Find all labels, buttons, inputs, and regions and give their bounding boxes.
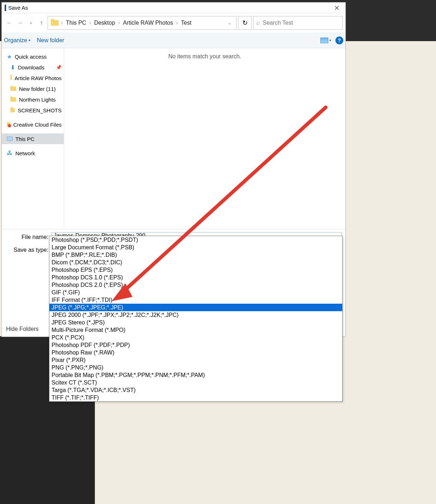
breadcrumb-dropdown[interactable]: ⌄ bbox=[224, 20, 235, 25]
folder-icon bbox=[10, 108, 15, 112]
new-folder-button[interactable]: New folder bbox=[37, 37, 64, 44]
file-type-option[interactable]: Targa (*.TGA;*.VDA;*.ICB;*.VST) bbox=[49, 386, 342, 394]
breadcrumb-item[interactable]: Test bbox=[179, 20, 194, 26]
file-list-area: No items match your search. bbox=[64, 48, 345, 229]
view-menu[interactable]: ▾ bbox=[320, 38, 331, 43]
sidebar-northern-lights[interactable]: Northern Lights bbox=[2, 94, 64, 105]
organize-label: Organize bbox=[4, 37, 27, 44]
sidebar-screen-shots[interactable]: SCREEN_SHOTS bbox=[2, 105, 64, 116]
organize-menu[interactable]: Organize ▾ bbox=[4, 37, 30, 44]
breadcrumb-bar[interactable]: › This PC › Desktop › Article RAW Photos… bbox=[48, 16, 237, 30]
forward-button[interactable]: → bbox=[15, 18, 25, 28]
file-type-option[interactable]: Pixar (*.PXR) bbox=[49, 356, 342, 364]
folder-icon bbox=[51, 20, 59, 26]
file-type-option[interactable]: Photoshop EPS (*.EPS) bbox=[49, 266, 342, 274]
sidebar-label: Northern Lights bbox=[19, 97, 56, 103]
breadcrumb-item[interactable]: Article RAW Photos bbox=[121, 20, 175, 26]
body: ★ Quick access ⬇ Downloads 📌 Article RAW… bbox=[2, 48, 345, 229]
file-type-option[interactable]: Photoshop PDF (*.PDF;*.PDP) bbox=[49, 341, 342, 349]
chevron-right-icon: › bbox=[60, 20, 64, 25]
sidebar-label: Downloads bbox=[18, 64, 44, 70]
titlebar: Save As bbox=[2, 3, 345, 13]
file-type-option[interactable]: BMP (*.BMP;*.RLE;*.DIB) bbox=[49, 251, 342, 259]
file-type-option[interactable]: Multi-Picture Format (*.MPO) bbox=[49, 326, 342, 334]
sidebar-quick-access[interactable]: ★ Quick access bbox=[2, 51, 64, 62]
chevron-right-icon: › bbox=[175, 20, 179, 25]
sidebar: ★ Quick access ⬇ Downloads 📌 Article RAW… bbox=[2, 48, 64, 229]
file-type-option[interactable]: IFF Format (*.IFF;*.TDI) bbox=[49, 296, 342, 304]
file-type-option[interactable]: GIF (*.GIF) bbox=[49, 289, 342, 296]
up-button[interactable]: ↑ bbox=[37, 18, 46, 28]
file-type-option[interactable]: PCX (*.PCX) bbox=[49, 334, 342, 341]
folder-icon bbox=[10, 97, 16, 102]
creative-cloud-icon bbox=[7, 122, 10, 127]
sidebar-label: Article RAW Photos bbox=[15, 75, 62, 81]
partial-label: S bbox=[5, 280, 56, 287]
file-type-option[interactable]: Dicom (*.DCM;*.DC3;*.DIC) bbox=[49, 259, 342, 266]
pin-icon: 📌 bbox=[56, 65, 62, 70]
sidebar-label: Quick access bbox=[15, 54, 47, 60]
sidebar-label: SCREEN_SHOTS bbox=[18, 107, 62, 113]
sidebar-downloads[interactable]: ⬇ Downloads 📌 bbox=[2, 62, 64, 73]
file-type-option[interactable]: Photoshop DCS 2.0 (*.EPS) bbox=[49, 281, 342, 289]
sidebar-article-raw[interactable]: Article RAW Photos bbox=[2, 73, 64, 83]
search-input[interactable] bbox=[263, 20, 339, 26]
search-icon: ⌕ bbox=[256, 20, 260, 26]
toolbar: Organize ▾ New folder ▾ ? bbox=[2, 33, 345, 48]
empty-message: No items match your search. bbox=[168, 53, 241, 59]
filename-label: File name: bbox=[5, 234, 51, 240]
sidebar-label: This PC bbox=[15, 136, 34, 142]
file-type-option[interactable]: Portable Bit Map (*.PBM;*.PGM;*.PPM;*.PN… bbox=[49, 371, 342, 379]
refresh-button[interactable]: ↻ bbox=[238, 16, 252, 30]
back-button[interactable]: ← bbox=[5, 18, 14, 28]
breadcrumb-item[interactable]: This PC bbox=[64, 20, 88, 26]
file-type-option[interactable]: JPEG (*.JPG;*.JPEG;*.JPE) bbox=[49, 304, 342, 311]
chevron-down-icon: ▾ bbox=[329, 38, 331, 42]
sidebar-creative-cloud[interactable]: Creative Cloud Files bbox=[2, 119, 64, 130]
sidebar-network[interactable]: 🖧 Network bbox=[2, 148, 64, 158]
file-type-option[interactable]: Large Document Format (*.PSB) bbox=[49, 244, 342, 251]
sidebar-new-folder-11[interactable]: New folder (11) bbox=[2, 83, 64, 94]
breadcrumb-item[interactable]: Desktop bbox=[92, 20, 117, 26]
chevron-down-icon: ▾ bbox=[29, 38, 30, 42]
file-type-option[interactable]: Photoshop Raw (*.RAW) bbox=[49, 349, 342, 356]
search-box[interactable]: ⌕ bbox=[253, 16, 343, 30]
file-type-option[interactable]: Photoshop (*.PSD;*.PDD;*.PSDT) bbox=[49, 236, 342, 244]
file-type-option[interactable]: TIFF (*.TIF;*.TIFF) bbox=[49, 394, 342, 401]
file-type-option[interactable]: Scitex CT (*.SCT) bbox=[49, 379, 342, 386]
file-type-dropdown[interactable]: Photoshop (*.PSD;*.PDD;*.PSDT)Large Docu… bbox=[49, 236, 343, 402]
sidebar-label: Creative Cloud Files bbox=[13, 122, 62, 128]
folder-icon bbox=[10, 87, 16, 91]
save-as-type-label: Save as type: bbox=[5, 247, 51, 253]
view-icon bbox=[320, 38, 328, 43]
star-icon: ★ bbox=[7, 53, 12, 60]
file-type-option[interactable]: JPEG 2000 (*.JPF;*.JPX;*.JP2;*.J2C;*.J2K… bbox=[49, 311, 342, 319]
download-icon: ⬇ bbox=[10, 64, 15, 71]
folder-icon bbox=[10, 76, 12, 80]
sidebar-this-pc[interactable]: This PC bbox=[2, 133, 64, 144]
nav-row: ← → ▾ ↑ › This PC › Desktop › Article RA… bbox=[2, 13, 345, 33]
help-button[interactable]: ? bbox=[335, 36, 343, 44]
hide-folders-button[interactable]: Hide Folders bbox=[6, 326, 39, 332]
file-type-option[interactable]: JPEG Stereo (*.JPS) bbox=[49, 319, 342, 326]
window-title: Save As bbox=[8, 5, 330, 11]
chevron-right-icon: › bbox=[117, 20, 121, 25]
file-type-option[interactable]: Photoshop DCS 1.0 (*.EPS) bbox=[49, 274, 342, 281]
file-type-option[interactable]: PNG (*.PNG;*.PNG) bbox=[49, 364, 342, 371]
sidebar-label: New folder (11) bbox=[19, 86, 56, 92]
pc-icon bbox=[7, 137, 13, 141]
chevron-right-icon: › bbox=[88, 20, 92, 25]
close-button[interactable] bbox=[330, 3, 344, 13]
sidebar-label: Network bbox=[15, 150, 35, 156]
recent-dropdown[interactable]: ▾ bbox=[26, 18, 35, 28]
app-icon bbox=[5, 5, 6, 11]
network-icon: 🖧 bbox=[7, 150, 13, 156]
